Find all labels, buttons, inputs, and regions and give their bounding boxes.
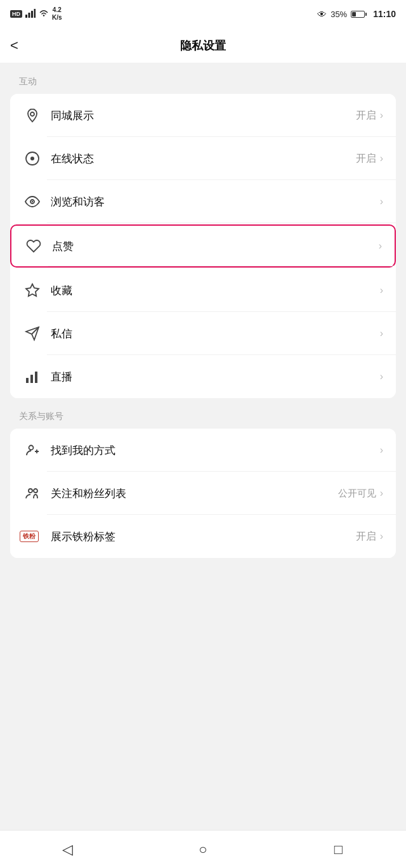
chart-icon [23, 367, 42, 386]
heart-icon [24, 236, 43, 256]
online-icon [23, 149, 42, 168]
tiefan-icon: 铁粉 [23, 527, 42, 546]
content: 互动 同城展示 开启 › 在线状态 开启 › [0, 63, 406, 830]
zaixian-chevron: › [380, 153, 383, 164]
menu-item-guanzhu[interactable]: 关注和粉丝列表 公开可见 › [10, 472, 396, 515]
menu-item-tiefan[interactable]: 铁粉 展示铁粉标签 开启 › [10, 515, 396, 558]
time: 11:10 [373, 9, 396, 19]
guanzhu-chevron: › [380, 488, 383, 499]
svg-rect-12 [26, 378, 29, 383]
status-left: HD 4.2K/s [10, 6, 62, 22]
svg-point-19 [34, 489, 37, 493]
svg-rect-3 [34, 9, 36, 18]
person-icon [23, 441, 42, 460]
nav-home-button[interactable]: ○ [187, 834, 219, 865]
nav-recent-icon: □ [334, 841, 343, 858]
location-icon [23, 106, 42, 125]
liulan-chevron: › [380, 196, 383, 207]
menu-item-liulan[interactable]: 浏览和访客 › [10, 180, 396, 223]
svg-marker-9 [26, 284, 39, 296]
dianzan-chevron: › [379, 240, 382, 252]
speed-text: 4.2K/s [52, 6, 62, 22]
shoucang-text: 收藏 [51, 283, 376, 298]
svg-rect-14 [35, 372, 37, 383]
eye-icon: 👁 [317, 9, 327, 20]
battery-icon [351, 11, 367, 18]
svg-point-4 [30, 112, 34, 116]
section-label-guanxi: 关系与账号 [0, 411, 406, 429]
tongcheng-value: 开启 [356, 109, 376, 122]
tongcheng-chevron: › [380, 110, 383, 121]
svg-point-8 [32, 201, 33, 202]
status-bar: HD 4.2K/s 👁 35% 11:10 [0, 0, 406, 28]
page-title: 隐私设置 [180, 38, 226, 53]
tiefan-value: 开启 [356, 530, 376, 543]
zhibo-chevron: › [380, 371, 383, 382]
eye-browse-icon [23, 192, 42, 211]
nav-back-icon: ◁ [62, 841, 73, 858]
message-icon [23, 324, 42, 343]
sixin-chevron: › [380, 328, 383, 339]
svg-rect-13 [30, 375, 33, 383]
guanxi-card: 找到我的方式 › 关注和粉丝列表 公开可见 › 铁粉 展示铁粉标签 [10, 429, 396, 558]
hudong-card: 同城展示 开启 › 在线状态 开启 › [10, 94, 396, 398]
section-label-hudong: 互动 [0, 76, 406, 94]
menu-item-zhibo[interactable]: 直播 › [10, 355, 396, 398]
bottom-nav: ◁ ○ □ [0, 830, 406, 868]
zhibo-text: 直播 [51, 370, 376, 384]
svg-point-6 [30, 157, 34, 160]
svg-point-15 [29, 446, 34, 450]
nav-recent-button[interactable]: □ [322, 834, 354, 865]
nav-back-button[interactable]: ◁ [52, 834, 84, 865]
svg-rect-1 [29, 13, 30, 18]
liulan-text: 浏览和访客 [51, 195, 376, 209]
back-button[interactable]: < [10, 39, 18, 53]
menu-item-zaixian[interactable]: 在线状态 开启 › [10, 137, 396, 180]
wifi-icon [39, 9, 49, 19]
zhaodao-chevron: › [380, 444, 383, 456]
svg-rect-0 [25, 15, 27, 18]
signal-icon [25, 9, 36, 20]
zhaodao-text: 找到我的方式 [51, 443, 376, 458]
tiefan-text: 展示铁粉标签 [51, 529, 356, 544]
menu-item-shoucang[interactable]: 收藏 › [10, 269, 396, 312]
menu-item-dianzan[interactable]: 点赞 › [10, 224, 396, 268]
status-right: 👁 35% 11:10 [317, 9, 396, 20]
tiefan-badge: 铁粉 [20, 531, 39, 542]
svg-rect-2 [31, 11, 33, 18]
tongcheng-text: 同城展示 [51, 108, 356, 123]
sixin-text: 私信 [51, 327, 376, 341]
star-icon [23, 281, 42, 300]
zaixian-text: 在线状态 [51, 152, 356, 166]
menu-item-zhaodao[interactable]: 找到我的方式 › [10, 429, 396, 472]
shoucang-chevron: › [380, 285, 383, 296]
menu-item-tongcheng[interactable]: 同城展示 开启 › [10, 94, 396, 137]
dianzan-text: 点赞 [52, 239, 375, 254]
header: < 隐私设置 [0, 28, 406, 63]
nav-home-icon: ○ [199, 841, 207, 858]
zaixian-value: 开启 [356, 152, 376, 165]
hd-badge: HD [10, 10, 22, 18]
menu-item-sixin[interactable]: 私信 › [10, 312, 396, 355]
guanzhu-text: 关注和粉丝列表 [51, 486, 338, 501]
people-icon [23, 484, 42, 503]
guanzhu-value: 公开可见 [338, 488, 376, 500]
battery-percent: 35% [331, 10, 347, 19]
svg-point-18 [29, 489, 32, 493]
tiefan-chevron: › [380, 531, 383, 542]
